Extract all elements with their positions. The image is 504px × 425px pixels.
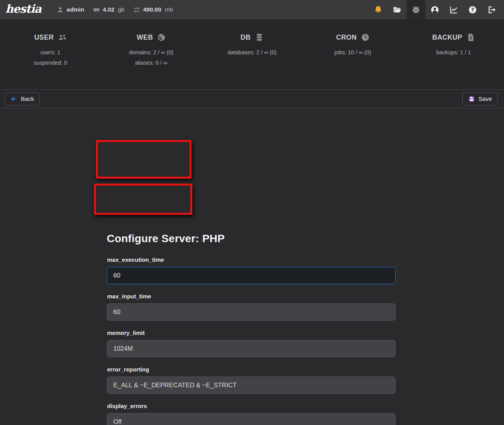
stat-web-title[interactable]: WEB: [137, 33, 166, 42]
help-button[interactable]: ?: [463, 0, 482, 19]
logout-button[interactable]: [482, 0, 501, 19]
bandwidth-value: 490.00: [143, 6, 161, 13]
stat-user-line-2: suspended: 0: [0, 58, 101, 68]
stat-backup-title[interactable]: BACKUP: [432, 33, 475, 42]
stat-backup-label: BACKUP: [432, 33, 462, 42]
user-circle-icon: [430, 5, 439, 14]
input-display-errors[interactable]: [107, 413, 396, 425]
stat-web-line-1: domains: 2 / ∞ (0): [101, 47, 202, 58]
stat-user-title[interactable]: USER: [34, 33, 67, 42]
save-button-label: Save: [479, 95, 492, 102]
field-memory-limit: memory_limit: [107, 330, 396, 357]
php-config-form: Configure Server: PHP max_execution_time…: [107, 233, 396, 425]
stat-db-title[interactable]: DB: [240, 33, 263, 42]
stat-cron-label: CRON: [336, 33, 357, 42]
top-icon-menu: ?: [369, 0, 501, 19]
overview-stats: USER users: 1 suspended: 0 WEB domains: …: [0, 19, 504, 89]
label-display-errors: display_errors: [107, 403, 396, 409]
transfer-arrows-icon: [133, 6, 140, 13]
save-button[interactable]: Save: [462, 92, 498, 105]
input-max-input-time[interactable]: [107, 303, 396, 321]
field-max-input-time: max_input_time: [107, 293, 396, 321]
database-icon: [255, 33, 264, 42]
users-button[interactable]: [425, 0, 444, 19]
stat-web: WEB domains: 2 / ∞ (0) aliases: 0 / ∞: [101, 33, 202, 89]
server-settings-button[interactable]: [407, 0, 425, 19]
clock-icon: [361, 33, 370, 42]
file-zip-icon: [467, 33, 475, 42]
username-label: admin: [67, 6, 84, 13]
stat-user-line-1: users: 1: [0, 47, 101, 58]
logout-icon: [487, 5, 496, 14]
stat-backup-line-1: backups: 1 / 1: [403, 47, 504, 58]
label-max-input-time: max_input_time: [107, 293, 396, 300]
stat-cron-title[interactable]: CRON: [336, 33, 370, 42]
input-memory-limit[interactable]: [107, 340, 396, 357]
action-toolbar: Back Save: [0, 89, 504, 108]
bandwidth-unit: mb: [165, 6, 173, 13]
label-error-reporting: error_reporting: [107, 366, 396, 373]
user-icon: [57, 6, 64, 13]
folder-icon: [393, 5, 402, 14]
question-circle-icon: ?: [468, 5, 477, 14]
stat-cron-line-1: jobs: 10 / ∞ (0): [302, 47, 403, 58]
back-arrow-icon: [10, 95, 17, 102]
hestia-control-panel: hestia admin 4.02 gb 490.00 mb: [0, 0, 504, 425]
disk-unit: gb: [118, 6, 124, 13]
svg-text:?: ?: [471, 7, 474, 13]
field-error-reporting: error_reporting: [107, 366, 396, 394]
stat-web-line-2: aliases: 0 / ∞: [101, 58, 202, 68]
main-content: Configure Server: PHP max_execution_time…: [0, 109, 504, 425]
line-chart-icon: [449, 5, 458, 14]
disk-value: 4.02: [103, 6, 114, 13]
hestia-logo[interactable]: hestia: [5, 2, 41, 17]
bell-icon: [374, 5, 383, 14]
hard-drive-icon: [93, 6, 100, 13]
stat-db-label: DB: [240, 33, 250, 42]
statistics-button[interactable]: [444, 0, 463, 19]
stat-user: USER users: 1 suspended: 0: [0, 33, 101, 89]
top-bar: hestia admin 4.02 gb 490.00 mb: [0, 0, 504, 19]
label-memory-limit: memory_limit: [107, 330, 396, 336]
gear-icon: [412, 5, 420, 14]
input-max-execution-time[interactable]: [107, 267, 396, 284]
stat-backup: BACKUP backups: 1 / 1: [403, 33, 504, 89]
stat-db-line-1: databases: 2 / ∞ (0): [202, 47, 302, 58]
input-error-reporting[interactable]: [107, 376, 396, 394]
file-manager-button[interactable]: [388, 0, 407, 19]
notifications-bell-button[interactable]: [369, 0, 388, 19]
field-display-errors: display_errors: [107, 403, 396, 425]
stat-cron: CRON jobs: 10 / ∞ (0): [302, 33, 403, 89]
label-max-execution-time: max_execution_time: [107, 256, 396, 263]
page-title: Configure Server: PHP: [107, 233, 396, 245]
logged-in-user[interactable]: admin: [57, 6, 84, 13]
stat-db: DB databases: 2 / ∞ (0): [202, 33, 302, 89]
back-button[interactable]: Back: [5, 92, 40, 105]
bandwidth-usage: 490.00 mb: [133, 6, 173, 13]
stat-web-label: WEB: [137, 33, 153, 42]
globe-icon: [157, 33, 166, 42]
users-group-icon: [58, 33, 67, 42]
disk-usage: 4.02 gb: [93, 6, 124, 13]
back-button-label: Back: [21, 95, 34, 102]
floppy-save-icon: [468, 95, 475, 102]
field-max-execution-time: max_execution_time: [107, 256, 396, 284]
stat-user-label: USER: [34, 33, 54, 42]
